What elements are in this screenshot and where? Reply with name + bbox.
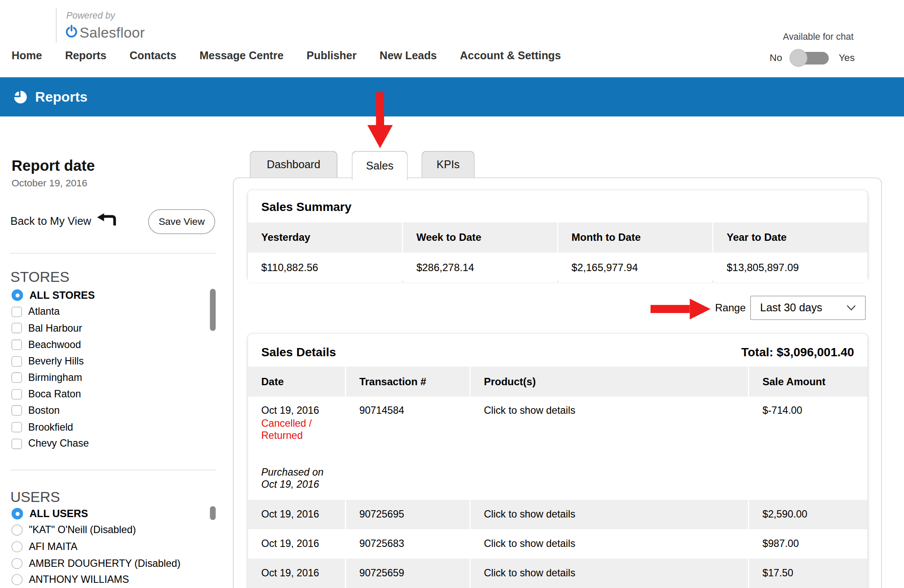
cell-transaction: 90725695 <box>346 500 469 529</box>
store-option[interactable]: Beverly Hills <box>12 353 95 369</box>
checkbox-icon[interactable] <box>12 438 22 449</box>
sales-summary-card: Sales Summary Yesterday Week to Date Mon… <box>248 190 867 281</box>
nav-account-settings[interactable]: Account & Settings <box>460 50 561 62</box>
store-option[interactable]: Bal Harbour <box>12 320 95 336</box>
user-option[interactable]: "KAT" O'Neill (Disabled) <box>12 522 181 538</box>
nav-message-centre[interactable]: Message Centre <box>199 50 283 62</box>
chat-availability-toggle[interactable] <box>792 52 829 64</box>
radio-icon[interactable] <box>12 558 22 569</box>
cell-transaction: 90714584 <box>346 396 469 500</box>
checkbox-icon[interactable] <box>12 323 22 333</box>
annotation-arrow-range-head <box>690 299 711 320</box>
store-label: Atlanta <box>28 306 60 318</box>
checkbox-icon[interactable] <box>12 307 22 317</box>
store-option[interactable]: Boston <box>12 403 95 419</box>
store-option[interactable]: Brookfield <box>12 419 95 435</box>
sales-details-title: Sales Details <box>261 345 336 359</box>
radio-icon[interactable] <box>12 541 22 552</box>
nav-new-leads[interactable]: New Leads <box>380 50 437 62</box>
range-selected-value: Last 30 days <box>760 301 846 314</box>
sidebar-divider-1 <box>10 253 216 253</box>
store-all-label: ALL STORES <box>29 289 95 301</box>
back-to-my-view-link[interactable]: Back to My View <box>10 213 116 229</box>
cell-product-details-link[interactable]: Click to show details <box>471 396 748 500</box>
store-option[interactable]: Birmingham <box>12 370 95 386</box>
main-nav: Home Reports Contacts Message Centre Pub… <box>12 50 561 62</box>
radio-selected-icon[interactable] <box>12 290 23 301</box>
logo-divider <box>56 8 56 43</box>
power-icon <box>65 25 78 41</box>
checkbox-icon[interactable] <box>12 406 22 416</box>
range-row: Range Last 30 days <box>715 296 866 320</box>
save-view-label: Save View <box>159 216 205 227</box>
user-option-all[interactable]: ALL USERS <box>12 505 181 522</box>
store-option[interactable]: Atlanta <box>12 304 95 320</box>
note-line: Oct 19, 2016 <box>261 479 345 491</box>
stores-scrollbar-thumb[interactable] <box>210 289 215 331</box>
tab-sales[interactable]: Sales <box>352 151 407 180</box>
users-scrollbar-thumb[interactable] <box>210 506 215 520</box>
row-purchase-note: Purchased on Oct 19, 2016 <box>261 466 345 491</box>
stores-heading: STORES <box>10 268 69 285</box>
cell-sale-amount: $-714.00 <box>749 396 867 500</box>
summary-value-yesterday: $110,882.56 <box>248 252 402 282</box>
brand-logo: Salesfloor <box>65 24 145 41</box>
checkbox-icon[interactable] <box>12 339 22 350</box>
store-option-all[interactable]: ALL STORES <box>12 287 95 304</box>
nav-reports[interactable]: Reports <box>65 50 106 62</box>
store-label: Boca Raton <box>28 388 81 400</box>
cell-product-details-link[interactable]: Click to show details <box>471 529 748 559</box>
radio-icon[interactable] <box>12 574 22 585</box>
chat-availability-label: Available for chat <box>783 32 853 42</box>
user-label: "KAT" O'Neill (Disabled) <box>29 524 136 537</box>
nav-home[interactable]: Home <box>12 50 42 62</box>
store-label: Beachwood <box>28 339 81 351</box>
sales-summary-header-row: Yesterday Week to Date Month to Date Yea… <box>248 223 867 252</box>
cell-sale-amount: $2,590.00 <box>749 500 867 529</box>
nav-publisher[interactable]: Publisher <box>307 50 356 62</box>
store-label: Bal Harbour <box>28 322 82 334</box>
user-option[interactable]: ANTHONY WILLIAMS <box>12 572 181 588</box>
sales-tab-panel: Sales Summary Yesterday Week to Date Mon… <box>233 178 882 588</box>
details-col-products: Product(s) <box>471 367 748 396</box>
store-option[interactable]: Beachwood <box>12 336 95 353</box>
cell-product-details-link[interactable]: Click to show details <box>471 559 748 588</box>
checkbox-icon[interactable] <box>12 373 22 383</box>
range-select[interactable]: Last 30 days <box>750 296 866 320</box>
cell-date: Oct 19, 2016 <box>248 529 345 559</box>
user-label: AFI MAITA <box>29 541 77 553</box>
cell-date: Oct 19, 2016 Cancelled / Returned Purcha… <box>248 396 345 500</box>
chevron-down-icon <box>846 305 856 310</box>
details-col-transaction: Transaction # <box>346 367 469 396</box>
toggle-knob[interactable] <box>790 49 808 67</box>
checkbox-icon[interactable] <box>12 356 22 367</box>
details-col-sale-amount: Sale Amount <box>749 367 867 396</box>
save-view-button[interactable]: Save View <box>148 209 215 234</box>
sales-details-card: Sales Details Total: $3,096,001.40 Date … <box>248 334 867 588</box>
radio-icon[interactable] <box>12 525 22 536</box>
checkbox-icon[interactable] <box>12 422 22 432</box>
cell-product-details-link[interactable]: Click to show details <box>471 500 748 529</box>
radio-selected-icon[interactable] <box>12 508 23 520</box>
summary-col-week-to-date: Week to Date <box>403 223 557 252</box>
nav-contacts[interactable]: Contacts <box>129 50 176 62</box>
tab-dashboard[interactable]: Dashboard <box>250 151 337 177</box>
tab-kpis[interactable]: KPIs <box>422 151 475 177</box>
note-line: Purchased on <box>261 466 345 479</box>
sales-summary-title: Sales Summary <box>248 190 867 214</box>
checkbox-icon[interactable] <box>12 389 22 399</box>
chat-toggle-row: No Yes <box>769 52 855 64</box>
chat-toggle-yes-label: Yes <box>839 52 855 64</box>
cell-date: Oct 19, 2016 <box>248 500 345 529</box>
users-list: ALL USERS "KAT" O'Neill (Disabled) AFI M… <box>12 505 181 588</box>
sidebar-divider-2 <box>10 470 216 470</box>
cell-transaction: 90725683 <box>346 529 469 559</box>
user-option[interactable]: AMBER DOUGHERTY (Disabled) <box>12 555 181 572</box>
store-option[interactable]: Chevy Chase <box>12 435 95 452</box>
banner-title: Reports <box>35 89 87 105</box>
user-option[interactable]: AFI MAITA <box>12 539 181 555</box>
summary-value-month-to-date: $2,165,977.94 <box>558 252 712 282</box>
store-option[interactable]: Boca Raton <box>12 386 95 403</box>
row-status-line: Returned <box>261 429 345 442</box>
cell-transaction: 90725659 <box>346 559 469 588</box>
